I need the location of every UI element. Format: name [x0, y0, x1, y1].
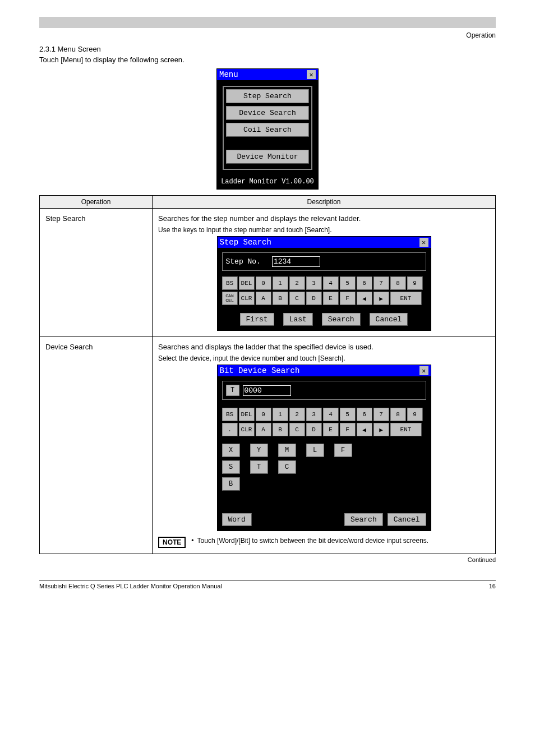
- key-clr[interactable]: CLR: [239, 292, 255, 305]
- key-b[interactable]: B: [273, 292, 288, 305]
- keypad-row-2: CAN CEL CLR A B C D E F ◀ ▶ ENT: [222, 292, 426, 305]
- key-e[interactable]: E: [323, 423, 339, 436]
- key-6[interactable]: 6: [357, 276, 372, 290]
- close-icon[interactable]: ✕: [307, 70, 316, 79]
- menu-dialog-title: Menu: [219, 70, 238, 79]
- close-icon[interactable]: ✕: [419, 238, 428, 247]
- footer-left: Mitsubishi Electric Q Series PLC Ladder …: [39, 583, 222, 589]
- dev-cat-c[interactable]: C: [278, 460, 296, 474]
- key-2[interactable]: 2: [289, 276, 305, 290]
- key-5[interactable]: 5: [340, 276, 356, 290]
- device-search-title: Bit Device Search: [220, 366, 300, 375]
- step-search-titlebar: Step Search ✕: [218, 237, 431, 248]
- cancel-button[interactable]: Cancel: [388, 513, 426, 526]
- key-del[interactable]: DEL: [239, 276, 255, 290]
- key-4[interactable]: 4: [323, 408, 339, 421]
- dev-cat-b[interactable]: B: [222, 477, 240, 491]
- key-9[interactable]: 9: [407, 408, 423, 421]
- menu-footer-version: Ladder Monitor V1.00.00: [217, 176, 318, 189]
- close-icon[interactable]: ✕: [419, 366, 428, 375]
- key-a[interactable]: A: [256, 423, 271, 436]
- keypad-row-1: BS DEL 0 1 2 3 4 5 6 7 8 9: [222, 276, 426, 290]
- bullet-icon: •: [191, 537, 193, 545]
- header-bar: [39, 17, 496, 28]
- key-cancel[interactable]: CAN CEL: [222, 292, 238, 305]
- key-3[interactable]: 3: [306, 408, 322, 421]
- first-button[interactable]: First: [240, 313, 274, 326]
- step-search-title: Step Search: [220, 238, 271, 247]
- note-text: Touch [Word]/[Bit] to switch between the…: [197, 537, 429, 545]
- step-no-input[interactable]: [272, 256, 320, 267]
- section-intro: Touch [Menu] to display the following sc…: [39, 56, 496, 64]
- key-1[interactable]: 1: [273, 408, 288, 421]
- key-9[interactable]: 9: [407, 276, 423, 290]
- key-c[interactable]: C: [289, 292, 305, 305]
- step-search-dialog: Step Search ✕ Step No. BS DEL 0 1: [217, 236, 431, 331]
- key-3[interactable]: 3: [306, 276, 322, 290]
- key-6[interactable]: 6: [357, 408, 372, 421]
- last-button[interactable]: Last: [283, 313, 313, 326]
- footer-page-number: 16: [489, 583, 496, 589]
- key-8[interactable]: 8: [390, 276, 406, 290]
- arrow-left-icon[interactable]: ◀: [357, 292, 372, 305]
- operations-table: Operation Description Step Search Search…: [39, 195, 496, 554]
- op-name-step-search: Step Search: [40, 209, 153, 337]
- arrow-right-icon[interactable]: ▶: [373, 292, 389, 305]
- arrow-left-icon[interactable]: ◀: [357, 423, 372, 436]
- key-d[interactable]: D: [306, 292, 322, 305]
- dev-cat-s[interactable]: S: [222, 460, 240, 474]
- key-1[interactable]: 1: [273, 276, 288, 290]
- dev-cat-f[interactable]: F: [334, 444, 352, 457]
- key-5[interactable]: 5: [340, 408, 356, 421]
- device-prefix-button[interactable]: T: [226, 385, 239, 396]
- device-number-input[interactable]: [243, 385, 291, 396]
- key-0[interactable]: 0: [256, 276, 271, 290]
- cancel-button[interactable]: Cancel: [370, 313, 408, 326]
- dev-cat-x[interactable]: X: [222, 444, 240, 457]
- key-c[interactable]: C: [289, 423, 305, 436]
- menu-dialog: Menu ✕ Step Search Device Search Coil Se…: [216, 68, 319, 190]
- page-footer: Mitsubishi Electric Q Series PLC Ladder …: [39, 580, 496, 589]
- key-bs[interactable]: BS: [222, 408, 238, 421]
- key-a[interactable]: A: [256, 292, 271, 305]
- dev-cat-y[interactable]: Y: [250, 444, 268, 457]
- device-search-dialog: Bit Device Search ✕ T BS DEL 0 1: [217, 365, 431, 531]
- menu-item-device-search[interactable]: Device Search: [226, 106, 309, 120]
- menu-item-device-monitor[interactable]: Device Monitor: [226, 150, 309, 164]
- key-ent[interactable]: ENT: [390, 292, 422, 305]
- key-dot[interactable]: .: [222, 423, 238, 436]
- step-search-desc: Searches for the step number and display…: [158, 214, 490, 223]
- key-8[interactable]: 8: [390, 408, 406, 421]
- dev-cat-l[interactable]: L: [306, 444, 324, 457]
- menu-dialog-titlebar: Menu ✕: [217, 69, 318, 80]
- step-no-label: Step No.: [226, 257, 261, 266]
- key-f[interactable]: F: [340, 292, 356, 305]
- search-button[interactable]: Search: [344, 513, 383, 526]
- word-button[interactable]: Word: [222, 513, 252, 526]
- key-e[interactable]: E: [323, 292, 339, 305]
- dev-cat-t[interactable]: T: [250, 460, 268, 474]
- device-search-titlebar: Bit Device Search ✕: [218, 365, 431, 376]
- key-ent[interactable]: ENT: [390, 423, 422, 436]
- key-7[interactable]: 7: [373, 408, 389, 421]
- key-b[interactable]: B: [273, 423, 288, 436]
- key-0[interactable]: 0: [256, 408, 271, 421]
- section-title: 2.3.1 Menu Screen: [39, 45, 496, 53]
- step-search-sub: Use the keys to input the step number an…: [158, 226, 490, 234]
- menu-item-coil-search[interactable]: Coil Search: [226, 123, 309, 137]
- search-button[interactable]: Search: [322, 313, 361, 326]
- key-2[interactable]: 2: [289, 408, 305, 421]
- key-bs[interactable]: BS: [222, 276, 238, 290]
- key-d[interactable]: D: [306, 423, 322, 436]
- key-7[interactable]: 7: [373, 276, 389, 290]
- key-f[interactable]: F: [340, 423, 356, 436]
- device-search-sub: Select the device, input the device numb…: [158, 354, 490, 362]
- key-clr[interactable]: CLR: [239, 423, 255, 436]
- arrow-right-icon[interactable]: ▶: [373, 423, 389, 436]
- col-header-operation: Operation: [40, 196, 153, 209]
- note-label: NOTE: [158, 537, 186, 548]
- key-4[interactable]: 4: [323, 276, 339, 290]
- key-del[interactable]: DEL: [239, 408, 255, 421]
- menu-item-step-search[interactable]: Step Search: [226, 89, 309, 103]
- dev-cat-m[interactable]: M: [278, 444, 296, 457]
